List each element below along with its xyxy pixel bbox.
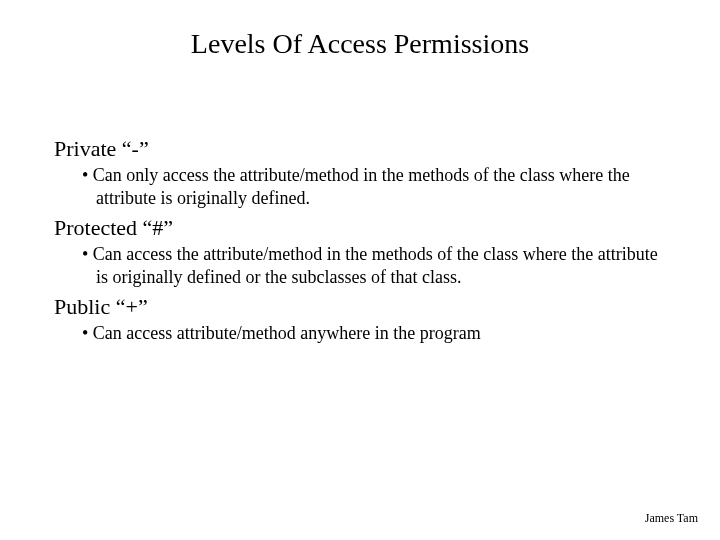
section-bullet-protected: Can access the attribute/method in the m… bbox=[54, 243, 666, 288]
slide: Levels Of Access Permissions Private “-”… bbox=[0, 0, 720, 540]
section-bullet-private: Can only access the attribute/method in … bbox=[54, 164, 666, 209]
slide-title: Levels Of Access Permissions bbox=[0, 28, 720, 60]
footer-author: James Tam bbox=[645, 511, 698, 526]
slide-body: Private “-” Can only access the attribut… bbox=[54, 130, 666, 349]
section-heading-private: Private “-” bbox=[54, 136, 666, 162]
section-heading-public: Public “+” bbox=[54, 294, 666, 320]
section-heading-protected: Protected “#” bbox=[54, 215, 666, 241]
section-bullet-public: Can access attribute/method anywhere in … bbox=[54, 322, 666, 345]
